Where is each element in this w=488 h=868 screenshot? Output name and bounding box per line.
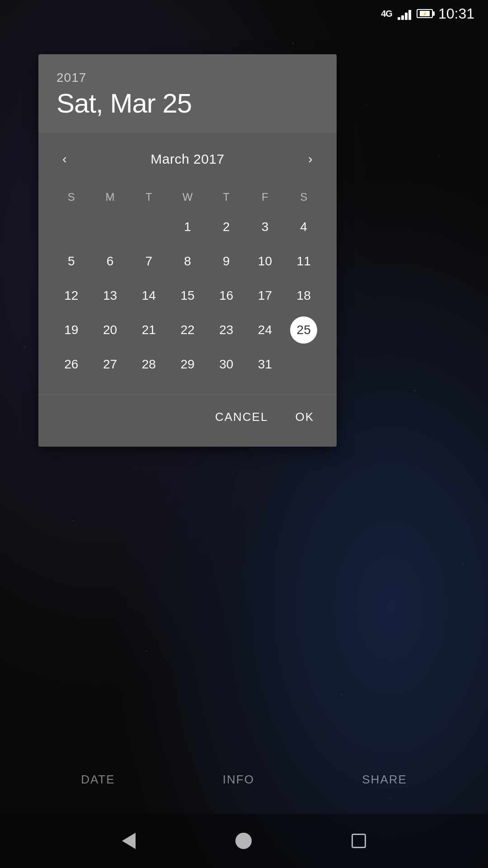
back-button[interactable] (122, 833, 136, 849)
cancel-button[interactable]: CANCEL (206, 404, 277, 430)
day-cell-21[interactable]: 21 (129, 314, 168, 346)
day-cell-23[interactable]: 23 (207, 314, 246, 346)
clock: 10:31 (438, 5, 474, 22)
day-header-tue: T (129, 187, 168, 207)
day-cell-16[interactable]: 16 (207, 279, 246, 312)
day-cell-empty (91, 211, 130, 243)
day-cell-27[interactable]: 27 (91, 348, 130, 381)
signal-icon (398, 7, 411, 20)
day-cell-19[interactable]: 19 (52, 314, 91, 346)
day-cell-12[interactable]: 12 (52, 279, 91, 312)
system-nav (0, 814, 488, 868)
day-cell-3[interactable]: 3 (246, 211, 285, 243)
date-picker-dialog: 2017 Sat, Mar 25 ‹ March 2017 › S M T W … (38, 54, 337, 447)
day-cell-30[interactable]: 30 (207, 348, 246, 381)
day-cell-1[interactable]: 1 (168, 211, 207, 243)
signal-type: 4G (381, 9, 392, 19)
battery-icon: ⚡ (417, 9, 433, 18)
day-cell-empty (52, 211, 91, 243)
day-cell-5[interactable]: 5 (52, 245, 91, 278)
day-cell-20[interactable]: 20 (91, 314, 130, 346)
battery-fill: ⚡ (420, 11, 430, 16)
day-cell-26[interactable]: 26 (52, 348, 91, 381)
day-cell-14[interactable]: 14 (129, 279, 168, 312)
status-bar: 4G ⚡ 10:31 (352, 0, 488, 27)
day-cell-empty (129, 211, 168, 243)
tab-date[interactable]: DATE (72, 768, 124, 791)
day-cell-7[interactable]: 7 (129, 245, 168, 278)
selected-date: Sat, Mar 25 (56, 89, 319, 118)
day-cell-empty (284, 348, 323, 381)
battery-bolt: ⚡ (422, 11, 427, 16)
home-button[interactable] (235, 833, 252, 849)
day-cell-13[interactable]: 13 (91, 279, 130, 312)
day-cell-2[interactable]: 2 (207, 211, 246, 243)
day-cell-10[interactable]: 10 (246, 245, 285, 278)
tab-info[interactable]: INFO (214, 768, 263, 791)
dialog-actions: CANCEL OK (38, 394, 337, 447)
day-headers: S M T W T F S (52, 187, 323, 207)
day-cell-4[interactable]: 4 (284, 211, 323, 243)
day-header-sat: S (284, 187, 323, 207)
home-icon (235, 833, 252, 849)
ok-button[interactable]: OK (286, 404, 323, 430)
next-month-button[interactable]: › (298, 146, 323, 172)
days-grid: 1234567891011121314151617181920212223242… (52, 211, 323, 381)
day-cell-29[interactable]: 29 (168, 348, 207, 381)
prev-month-button[interactable]: ‹ (52, 146, 77, 172)
day-cell-8[interactable]: 8 (168, 245, 207, 278)
day-cell-17[interactable]: 17 (246, 279, 285, 312)
day-header-thu: T (207, 187, 246, 207)
day-cell-22[interactable]: 22 (168, 314, 207, 346)
month-nav: ‹ March 2017 › (52, 142, 323, 176)
day-cell-15[interactable]: 15 (168, 279, 207, 312)
recents-button[interactable] (352, 834, 366, 848)
calendar-grid: S M T W T F S 12345678910111213141516171… (52, 187, 323, 381)
day-cell-9[interactable]: 9 (207, 245, 246, 278)
dialog-header: 2017 Sat, Mar 25 (38, 54, 337, 133)
recents-icon (352, 834, 366, 848)
day-cell-25[interactable]: 25 (284, 314, 323, 346)
bottom-tabs: DATE INFO SHARE (0, 759, 488, 800)
day-cell-31[interactable]: 31 (246, 348, 285, 381)
day-cell-24[interactable]: 24 (246, 314, 285, 346)
day-cell-11[interactable]: 11 (284, 245, 323, 278)
back-icon (122, 833, 136, 849)
dialog-body: ‹ March 2017 › S M T W T F S 12345678910… (38, 133, 337, 394)
day-cell-28[interactable]: 28 (129, 348, 168, 381)
day-header-fri: F (246, 187, 285, 207)
day-cell-6[interactable]: 6 (91, 245, 130, 278)
day-header-sun: S (52, 187, 91, 207)
tab-share[interactable]: SHARE (353, 768, 416, 791)
month-year-title: March 2017 (150, 151, 224, 167)
day-header-mon: M (91, 187, 130, 207)
day-cell-18[interactable]: 18 (284, 279, 323, 312)
day-header-wed: W (168, 187, 207, 207)
selected-year: 2017 (56, 71, 319, 85)
